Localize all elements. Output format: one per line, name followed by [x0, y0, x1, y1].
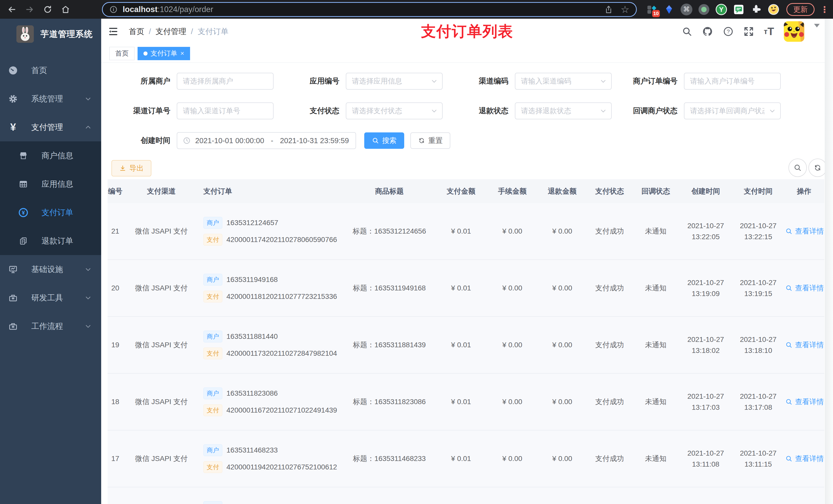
pay-status-select[interactable]	[346, 102, 443, 119]
search-button[interactable]: 搜索	[364, 133, 404, 149]
sidebar-item-merchant-info[interactable]: 商户信息	[0, 141, 101, 170]
address-bar[interactable]: localhost:1024/pay/order ☆	[102, 2, 637, 17]
tab-pay-order[interactable]: 支付订单 ×	[138, 47, 190, 60]
toolbox-icon	[7, 321, 20, 331]
browser-back-icon[interactable]	[5, 2, 19, 17]
browser-update-button[interactable]: 更新	[786, 3, 814, 16]
channel-code-select[interactable]	[515, 73, 612, 90]
export-button[interactable]: 导出	[112, 160, 151, 176]
share-icon[interactable]	[604, 5, 613, 14]
view-detail-link[interactable]: 查看详情	[784, 397, 824, 407]
refund-status-select[interactable]	[515, 102, 612, 119]
tab-home[interactable]: 首页	[110, 47, 135, 60]
search-icon[interactable]	[682, 26, 692, 37]
chevron-down-icon	[769, 107, 776, 114]
cell-channel: 微信 JSAPI 支付	[123, 340, 200, 350]
cell-refund: ¥ 0.00	[538, 455, 587, 463]
cell-fee: ¥ 0.00	[487, 284, 538, 292]
tab-close-icon[interactable]: ×	[180, 49, 184, 57]
extension-puzzle-icon[interactable]	[749, 3, 763, 16]
browser-home-icon[interactable]	[58, 2, 73, 17]
cell-pay-order: 商户 1635311468233 支付 42000011942021102767…	[200, 444, 343, 473]
table-search-toggle-icon[interactable]	[788, 159, 807, 177]
cell-paid-time: 2021-10-2713:19:15	[733, 277, 784, 299]
grid-icon	[17, 179, 30, 189]
site-info-icon[interactable]	[110, 5, 118, 14]
browser-reload-icon[interactable]	[41, 2, 55, 17]
view-detail-link[interactable]: 查看详情	[784, 454, 824, 463]
cell-notify-status: 未通知	[633, 454, 679, 463]
sidebar-item-infra[interactable]: 基础设施	[0, 255, 101, 284]
extension-badge: 10	[652, 10, 660, 17]
extension-kite-icon[interactable]	[662, 3, 676, 16]
extension-record-icon[interactable]	[697, 3, 711, 16]
merchant-tag: 商户	[204, 217, 222, 229]
github-icon[interactable]	[702, 26, 713, 37]
sidebar-item-devtools[interactable]: 研发工具	[0, 284, 101, 312]
sidebar-item-pay-order[interactable]: ¥ 支付订单	[0, 198, 101, 226]
pay-submenu: 商户信息 应用信息 ¥ 支付订单 退款订单	[0, 141, 101, 255]
view-detail-link[interactable]: 查看详情	[784, 283, 824, 293]
merchant-order-no-input[interactable]	[684, 73, 781, 90]
extension-y-icon[interactable]: Y	[715, 3, 728, 16]
pay-order-table: 编号 支付渠道 支付订单 商品标题 支付金额 手续金额 退款金额 支付状态 回调…	[108, 179, 824, 504]
sidebar-item-system[interactable]: 系统管理	[0, 85, 101, 113]
sidebar-item-label: 基础设施	[31, 264, 63, 275]
breadcrumb-home[interactable]: 首页	[129, 26, 144, 37]
column-header: 退款金额	[538, 187, 587, 196]
breadcrumb-pay-mgmt[interactable]: 支付管理	[156, 26, 186, 37]
cell-created-time: 2021-10-2713:22:05	[679, 220, 733, 242]
extension-command-icon[interactable]: ⌘	[680, 3, 693, 16]
active-tab-dot-icon	[143, 51, 147, 55]
sidebar-item-workflow[interactable]: 工作流程	[0, 312, 101, 340]
vertical-scrollbar[interactable]	[825, 19, 833, 504]
sidebar-collapse-icon[interactable]	[108, 26, 119, 37]
reset-button[interactable]: 重置	[410, 133, 450, 149]
table-refresh-icon[interactable]	[808, 159, 827, 177]
avatar[interactable]	[784, 21, 804, 42]
avatar-caret-icon[interactable]	[814, 27, 820, 35]
create-time-range-picker[interactable]: 2021-10-01 00:00:00 - 2021-10-31 23:59:5…	[177, 132, 356, 149]
cell-fee: ¥ 0.00	[487, 227, 538, 235]
app-logo-row[interactable]: 芋道管理系统	[0, 19, 101, 43]
channel-order-no-input[interactable]	[177, 102, 273, 119]
cell-pay-status: 支付成功	[587, 454, 633, 463]
view-detail-link[interactable]: 查看详情	[784, 226, 824, 236]
font-size-icon[interactable]: тT	[764, 25, 774, 38]
page-title: 支付订单列表	[421, 22, 513, 42]
pay-tag: 支付	[204, 347, 222, 359]
view-detail-link[interactable]: 查看详情	[784, 340, 824, 350]
sidebar-item-label: 首页	[31, 65, 47, 76]
sidebar-item-refund-order[interactable]: 退款订单	[0, 226, 101, 255]
browser-menu-icon[interactable]: ⋮	[819, 4, 830, 15]
tabbar: 首页 支付订单 ×	[101, 44, 833, 63]
chevron-down-icon	[85, 266, 91, 273]
sidebar-item-pay[interactable]: ¥ 支付管理	[0, 113, 101, 141]
table-row: 19 微信 JSAPI 支付 商户 1635311881440 支付 42000…	[108, 317, 824, 374]
sidebar-item-label: 商户信息	[42, 150, 73, 161]
browser-forward-icon[interactable]	[23, 2, 37, 17]
app-no-select[interactable]	[346, 73, 443, 90]
breadcrumb: 首页 / 支付管理 / 支付订单	[129, 26, 229, 37]
date-start: 2021-10-01 00:00:00	[195, 137, 264, 145]
sidebar-item-app-info[interactable]: 应用信息	[0, 170, 101, 198]
extension-emoji-icon[interactable]	[767, 3, 780, 16]
sidebar-item-home[interactable]: 首页	[0, 56, 101, 85]
toolbox-icon	[7, 293, 20, 303]
breadcrumb-pay-order: 支付订单	[198, 26, 229, 37]
merchant-order-no: 1635311823086	[227, 389, 278, 398]
owner-merchant-input[interactable]	[177, 73, 273, 90]
pay-tag: 支付	[204, 291, 222, 303]
date-end: 2021-10-31 23:59:59	[280, 137, 349, 145]
url-text[interactable]: localhost:1024/pay/order	[123, 5, 604, 14]
cell-created-time: 2021-10-2713:17:03	[679, 391, 733, 413]
merchant-order-no: 1635311468233	[227, 446, 278, 454]
cell-refund: ¥ 0.00	[538, 398, 587, 406]
help-icon[interactable]: ?	[723, 26, 734, 37]
pay-tag: 支付	[204, 461, 222, 473]
extension-grid-icon[interactable]: 10	[645, 3, 658, 16]
bookmark-star-icon[interactable]: ☆	[621, 5, 629, 14]
extension-chat-icon[interactable]	[732, 3, 745, 16]
notify-status-select[interactable]	[684, 102, 781, 119]
fullscreen-icon[interactable]	[743, 26, 754, 37]
